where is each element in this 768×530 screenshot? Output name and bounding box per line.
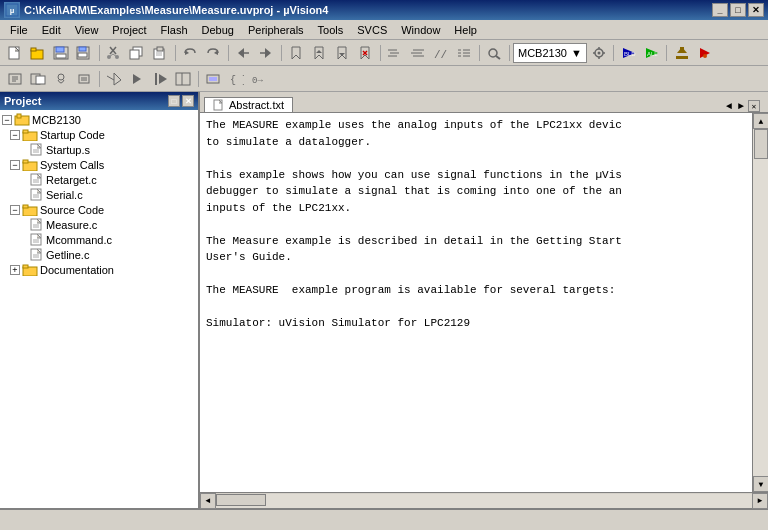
tab-scroll-left[interactable]: ◄ <box>724 101 734 112</box>
scroll-up-button[interactable]: ▲ <box>753 113 768 129</box>
svg-rect-91 <box>23 130 28 133</box>
tab-scroll-right[interactable]: ► <box>736 101 746 112</box>
download-button[interactable] <box>671 43 693 63</box>
maximize-button[interactable]: □ <box>730 3 746 17</box>
tb2-btn4[interactable] <box>73 69 95 89</box>
panel-float-button[interactable]: □ <box>168 95 180 107</box>
tree-item-getline-c[interactable]: Getline.c <box>18 247 196 262</box>
tb2-btn1[interactable] <box>4 69 26 89</box>
tb2-btn10[interactable]: { } <box>225 69 247 89</box>
tree-item-documentation[interactable]: + Documentation <box>10 262 196 277</box>
project-tree[interactable]: − MCB2130 − Startup Code <box>0 110 198 508</box>
folder-icon-syscalls <box>22 158 38 171</box>
debug-button[interactable] <box>694 43 716 63</box>
hscroll-track[interactable] <box>216 494 752 508</box>
scroll-right-button[interactable]: ► <box>752 493 768 509</box>
menu-item-flash[interactable]: Flash <box>155 23 194 37</box>
comment-button[interactable]: // <box>430 43 452 63</box>
tb2-btn6[interactable] <box>126 69 148 89</box>
editor-text[interactable]: The MEASURE example uses the analog inpu… <box>200 113 768 492</box>
redo-button[interactable] <box>202 43 224 63</box>
menu-item-view[interactable]: View <box>69 23 105 37</box>
tree-item-startup-code[interactable]: − Startup Code <box>10 127 196 142</box>
scroll-track-v[interactable] <box>753 129 768 476</box>
uncomment-button[interactable] <box>453 43 475 63</box>
tab-label-abstract: Abstract.txt <box>229 99 284 111</box>
open-button[interactable] <box>27 43 49 63</box>
menu-item-help[interactable]: Help <box>448 23 483 37</box>
svg-point-66 <box>703 54 707 58</box>
editor-content: The MEASURE example uses the analog inpu… <box>200 113 768 492</box>
menu-item-debug[interactable]: Debug <box>196 23 240 37</box>
target-options-button[interactable] <box>588 43 610 63</box>
minimize-button[interactable]: _ <box>712 3 728 17</box>
menu-item-edit[interactable]: Edit <box>36 23 67 37</box>
toolbar-1: // MCB2130 ▼ BLD ALL <box>0 40 768 66</box>
nav-forward-button[interactable] <box>255 43 277 63</box>
tb2-btn8[interactable] <box>172 69 194 89</box>
tb2-btn5[interactable] <box>103 69 125 89</box>
tree-item-source-code[interactable]: − Source Code <box>10 202 196 217</box>
menu-item-file[interactable]: File <box>4 23 34 37</box>
svg-rect-89 <box>17 114 21 118</box>
hscroll-thumb[interactable] <box>216 494 266 506</box>
rebuild-button[interactable]: ALL <box>641 43 663 63</box>
editor-scrollbar-h[interactable]: ◄ ► <box>200 492 768 508</box>
editor-scrollbar-v[interactable]: ▲ ▼ <box>752 113 768 492</box>
editor-area: Abstract.txt ◄ ► ✕ The MEASURE example u… <box>200 92 768 508</box>
target-dropdown[interactable]: MCB2130 ▼ <box>513 43 587 63</box>
copy-button[interactable] <box>126 43 148 63</box>
tree-label-mcommand-c: Mcommand.c <box>46 234 112 246</box>
tree-item-measure-c[interactable]: Measure.c <box>18 217 196 232</box>
menu-item-peripherals[interactable]: Peripherals <box>242 23 310 37</box>
bookmark-prev-button[interactable] <box>308 43 330 63</box>
scroll-left-button[interactable]: ◄ <box>200 493 216 509</box>
tb2-btn2[interactable] <box>27 69 49 89</box>
close-button[interactable]: ✕ <box>748 3 764 17</box>
menu-item-tools[interactable]: Tools <box>312 23 350 37</box>
expand-icon[interactable]: − <box>2 115 12 125</box>
svg-rect-115 <box>23 265 28 268</box>
nav-back-button[interactable] <box>232 43 254 63</box>
build-target-button[interactable]: BLD <box>618 43 640 63</box>
menu-item-window[interactable]: Window <box>395 23 446 37</box>
scroll-thumb-v[interactable] <box>754 129 768 159</box>
tree-item-startup-s[interactable]: Startup.s <box>18 142 196 157</box>
editor-close-button[interactable]: ✕ <box>748 100 760 112</box>
save-button[interactable] <box>50 43 72 63</box>
tb2-btn3[interactable] <box>50 69 72 89</box>
tb2-btn11[interactable]: 0→ <box>248 69 270 89</box>
tree-item-mcb2130[interactable]: − MCB2130 <box>2 112 196 127</box>
tree-item-mcommand-c[interactable]: Mcommand.c <box>18 232 196 247</box>
bookmark-next-button[interactable] <box>331 43 353 63</box>
tree-item-serial-c[interactable]: Serial.c <box>18 187 196 202</box>
cut-button[interactable] <box>103 43 125 63</box>
expand-icon-startup[interactable]: − <box>10 130 20 140</box>
menu-item-svcs[interactable]: SVCS <box>351 23 393 37</box>
paste-button[interactable] <box>149 43 171 63</box>
sep-5 <box>377 43 383 63</box>
unindent-button[interactable] <box>407 43 429 63</box>
expand-icon-docs[interactable]: + <box>10 265 20 275</box>
tb2-btn7[interactable] <box>149 69 171 89</box>
indent-button[interactable] <box>384 43 406 63</box>
panel-close-button[interactable]: ✕ <box>182 95 194 107</box>
undo-button[interactable] <box>179 43 201 63</box>
bookmark-button[interactable] <box>285 43 307 63</box>
bookmark-clear-button[interactable] <box>354 43 376 63</box>
tb2-btn9[interactable] <box>202 69 224 89</box>
editor-tab-abstract[interactable]: Abstract.txt <box>204 97 293 112</box>
new-button[interactable] <box>4 43 26 63</box>
dropdown-arrow-icon[interactable]: ▼ <box>571 47 582 59</box>
folder-icon-docs <box>22 263 38 276</box>
menu-item-project[interactable]: Project <box>106 23 152 37</box>
scroll-down-button[interactable]: ▼ <box>753 476 768 492</box>
file-icon-startup-s <box>30 143 44 156</box>
expand-icon-syscalls[interactable]: − <box>10 160 20 170</box>
tree-item-system-calls[interactable]: − System Calls <box>10 157 196 172</box>
find-button[interactable] <box>483 43 505 63</box>
save-all-button[interactable] <box>73 43 95 63</box>
tree-item-retarget-c[interactable]: Retarget.c <box>18 172 196 187</box>
expand-icon-source[interactable]: − <box>10 205 20 215</box>
app-icon: µ <box>4 2 20 18</box>
